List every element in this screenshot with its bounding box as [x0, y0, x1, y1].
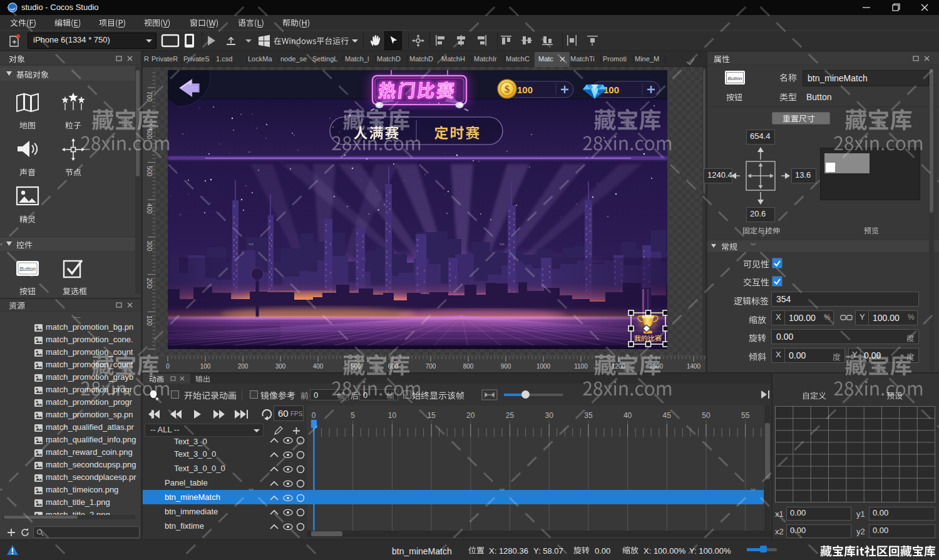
svg-text:100: 100: [200, 363, 211, 370]
svg-text:30: 30: [545, 411, 554, 420]
svg-text:20: 20: [466, 411, 475, 420]
svg-text:400: 400: [146, 203, 153, 214]
svg-text:1400: 1400: [687, 363, 701, 370]
svg-text:Button: Button: [727, 76, 742, 81]
svg-text:600: 600: [146, 128, 153, 139]
svg-text:600: 600: [388, 363, 399, 370]
svg-text:25: 25: [506, 411, 515, 420]
svg-text:800: 800: [463, 363, 474, 370]
svg-text:700: 700: [426, 363, 436, 370]
svg-text:Button: Button: [19, 266, 36, 272]
svg-text:35: 35: [584, 411, 593, 420]
svg-text:500: 500: [351, 363, 361, 370]
svg-text:300: 300: [275, 363, 286, 370]
svg-text:500: 500: [146, 166, 153, 176]
svg-text:300: 300: [146, 241, 153, 252]
svg-text:55: 55: [741, 411, 750, 420]
svg-text:100: 100: [146, 315, 153, 326]
svg-text:40: 40: [623, 411, 632, 420]
svg-text:700: 700: [146, 91, 153, 102]
svg-text:400: 400: [313, 363, 324, 370]
svg-text:1000: 1000: [536, 363, 551, 370]
svg-text:50: 50: [702, 411, 711, 420]
svg-text:0: 0: [312, 411, 316, 420]
svg-text:15: 15: [427, 411, 436, 420]
svg-text:10: 10: [388, 411, 397, 420]
svg-text:1300: 1300: [649, 363, 664, 370]
svg-text:5: 5: [351, 411, 355, 420]
svg-text:900: 900: [501, 363, 511, 370]
svg-text:200: 200: [146, 278, 153, 288]
svg-text:$: $: [505, 83, 510, 95]
svg-text:1100: 1100: [574, 363, 588, 370]
svg-text:1200: 1200: [612, 363, 626, 370]
svg-text:200: 200: [238, 363, 249, 370]
svg-text:100: 100: [517, 84, 533, 95]
svg-text:45: 45: [663, 411, 672, 420]
svg-text:0: 0: [166, 363, 170, 370]
